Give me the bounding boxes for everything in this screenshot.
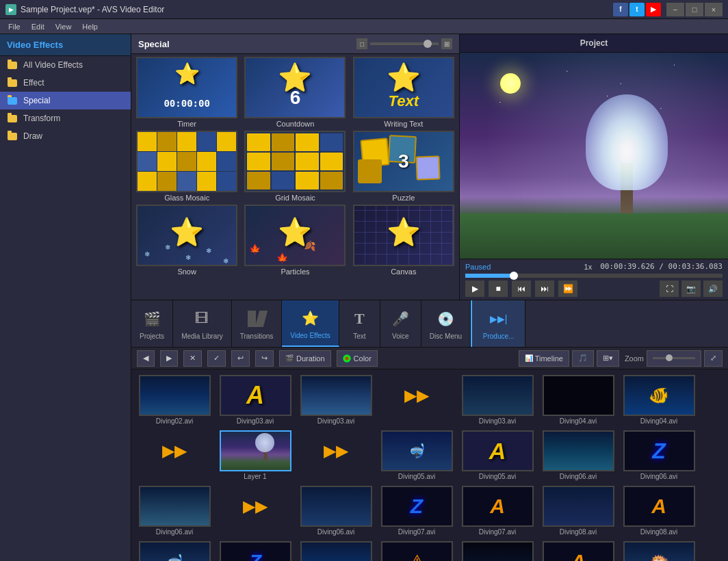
cancel-button[interactable]: ✕ [183, 350, 202, 367]
sidebar-item-special[interactable]: Special [0, 92, 131, 109]
effect-grid-mosaic[interactable]: Grid Mosaic [242, 131, 348, 202]
transition-arrow-3[interactable]: ▶▶ [322, 430, 350, 471]
effect-countdown-thumb: ⭐ 6 [244, 57, 346, 118]
twitter-button[interactable]: t [629, 3, 645, 16]
timeline-item-diving04-dark[interactable]: Diving04.avi [541, 375, 616, 425]
undo-back-button[interactable]: ◀ [137, 350, 155, 367]
sidebar-draw-label: Draw [23, 131, 42, 141]
maximize-button[interactable]: □ [686, 3, 703, 16]
duration-button[interactable]: 🎬 Duration [279, 350, 331, 367]
timeline-item-diving06-1[interactable]: Diving06.avi [541, 430, 616, 480]
effects-grid-toggle[interactable]: ⊞ [441, 38, 452, 49]
transition-arrow-4[interactable]: ▶▶ [242, 486, 269, 527]
timeline-item-diving11[interactable]: ⚠ Diving11.avi [379, 541, 454, 561]
timeline-thumb-diving10 [300, 541, 372, 561]
menu-help[interactable]: Help [77, 21, 103, 32]
transition-1: ▶▶ [379, 375, 454, 425]
timeline-item-diving04-fish[interactable]: 🐠 Diving04.avi [621, 375, 697, 425]
timeline-button[interactable]: 📊 Timeline [519, 350, 569, 367]
sidebar-item-effect[interactable]: Effect [0, 74, 131, 92]
effects-view-toggle[interactable]: □ [356, 38, 367, 49]
tool-produce[interactable]: ▶▶| Produce... [471, 300, 525, 347]
apply-button[interactable]: ✓ [207, 350, 226, 367]
timeline-label-diving02: Diving02.avi [156, 417, 193, 425]
timeline-item-diving08-a[interactable]: A Diving08.avi [621, 486, 697, 536]
timeline-thumb-diving09: 🤿 [139, 541, 211, 561]
playback-seek-bar[interactable] [465, 274, 723, 278]
audio-button[interactable]: 🎵 [572, 350, 594, 367]
close-button[interactable]: × [705, 3, 723, 16]
grid-view-button[interactable]: ⊞▾ [597, 350, 619, 367]
timeline: Diving02.avi A Diving03.avi Diving03.avi… [131, 369, 728, 561]
stop-button[interactable]: ■ [489, 280, 508, 297]
effect-particles[interactable]: ⭐ 🍁 🍂 🍁 Particles [242, 205, 348, 276]
youtube-button[interactable]: ▶ [646, 3, 661, 16]
timeline-item-diving12[interactable]: Diving12.avi [460, 541, 535, 561]
timeline-item-diving03-2[interactable]: Diving03.avi [460, 375, 535, 425]
transition-arrow-1[interactable]: ▶▶ [403, 375, 430, 416]
effect-countdown[interactable]: ⭐ 6 Countdown [242, 57, 348, 128]
screenshot-button[interactable]: 📷 [681, 280, 701, 297]
prev-frame-button[interactable]: ⏮ [512, 280, 531, 297]
timeline-item-diving09-z[interactable]: Z Diving09.avi [218, 541, 293, 561]
redo-button[interactable]: ↪ [255, 350, 274, 367]
menu-view[interactable]: View [50, 21, 77, 32]
play-button[interactable]: ▶ [465, 280, 484, 297]
playback-seek-thumb[interactable] [510, 272, 518, 280]
effect-canvas[interactable]: ⭐ Canvas [351, 205, 456, 276]
sidebar-item-all[interactable]: All Video Effects [0, 56, 131, 74]
effect-glass-mosaic[interactable]: Glass Mosaic [134, 131, 239, 202]
tool-media-library[interactable]: 🎞 Media Library [173, 300, 232, 347]
timeline-item-diving06-arr[interactable]: Diving06.avi [298, 486, 374, 536]
duration-label: Duration [296, 354, 325, 363]
tool-transitions[interactable]: Transitions [232, 300, 283, 347]
timeline-label-diving08: Diving08.avi [560, 528, 597, 536]
timeline-item-diving02[interactable]: Diving02.avi [137, 375, 212, 425]
effect-grid-mosaic-thumb [244, 131, 346, 192]
facebook-button[interactable]: f [613, 3, 628, 16]
redo-forward-button[interactable]: ▶ [160, 350, 178, 367]
timeline-item-diving08[interactable]: Diving08.avi [541, 486, 616, 536]
timeline-item-diving07-a[interactable]: A Diving07.avi [460, 486, 535, 536]
minimize-button[interactable]: − [666, 3, 684, 16]
timeline-item-diving09[interactable]: 🤿 Diving09.avi [137, 541, 212, 561]
effect-timer[interactable]: ⭐ 00:00:00 Timer [134, 57, 239, 128]
effects-size-slider[interactable] [370, 42, 439, 45]
sidebar-item-transform[interactable]: Transform [0, 109, 131, 127]
timer-time-display: 00:00:00 [164, 98, 209, 109]
tool-voice[interactable]: 🎤 Voice [380, 300, 421, 347]
volume-button[interactable]: 🔊 [703, 280, 723, 297]
sidebar-item-draw[interactable]: Draw [0, 127, 131, 145]
timeline-item-diving06-coral[interactable]: Diving06.avi [137, 486, 212, 536]
timeline-item-diving12-a[interactable]: A Diving12.avi [541, 541, 616, 561]
zoom-slider[interactable] [647, 350, 701, 367]
next-frame-button[interactable]: ⏭ [535, 280, 554, 297]
menu-file[interactable]: File [3, 21, 26, 32]
transition-arrow-2[interactable]: ▶▶ [161, 430, 188, 471]
tool-projects[interactable]: 🎬 Projects [131, 300, 173, 347]
fit-view-button[interactable]: ⤢ [704, 350, 723, 367]
timeline-item-layer1[interactable]: Layer 1 [218, 430, 293, 480]
color-button[interactable]: Color [337, 350, 378, 367]
effect-snow[interactable]: ⭐ ❄ ❄ ❄ ❄ ❄ Snow [134, 205, 239, 276]
effect-snow-thumb: ⭐ ❄ ❄ ❄ ❄ ❄ [136, 205, 237, 266]
timeline-item-diving07-z[interactable]: Z Diving07.avi [379, 486, 454, 536]
tool-projects-label: Projects [140, 332, 164, 340]
effect-puzzle[interactable]: 3 Puzzle [351, 131, 456, 202]
undo-button[interactable]: ↩ [231, 350, 250, 367]
tool-video-effects[interactable]: ⭐ Video Effects [282, 300, 339, 347]
effect-writing-text[interactable]: ⭐ Text Writing Text [351, 57, 456, 128]
timeline-item-diving02-a[interactable]: A Diving03.avi [218, 375, 293, 425]
timeline-item-diving05-a[interactable]: A Diving05.avi [460, 430, 535, 480]
fast-forward-button[interactable]: ⏩ [558, 280, 577, 297]
timeline-item-diving10[interactable]: Diving10.avi [298, 541, 374, 561]
tool-disc-menu[interactable]: 💿 Disc Menu [421, 300, 471, 347]
tool-transitions-label: Transitions [240, 332, 274, 340]
timeline-item-diving03[interactable]: Diving03.avi [298, 375, 374, 425]
tool-text[interactable]: T Text [339, 300, 380, 347]
menu-edit[interactable]: Edit [26, 21, 50, 32]
fullscreen-button[interactable]: ⛶ [660, 280, 679, 297]
timeline-item-photo10[interactable]: 🐡 photo10.jpg [621, 541, 697, 561]
timeline-item-diving06-z[interactable]: Z Diving06.avi [621, 430, 697, 480]
timeline-item-diving05[interactable]: 🤿 Diving05.avi [379, 430, 454, 480]
